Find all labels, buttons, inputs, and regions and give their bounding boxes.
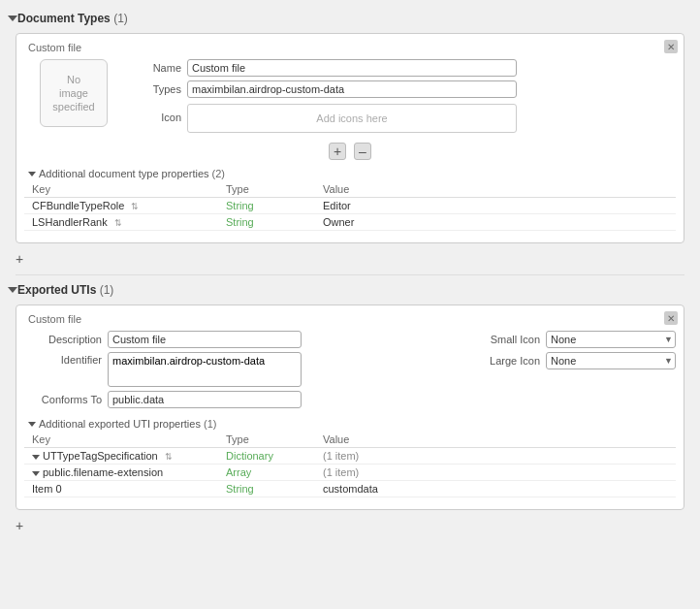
table-row[interactable]: Item 0 String customdata bbox=[24, 481, 676, 497]
exported-utis-smallicon-select[interactable]: None bbox=[546, 331, 676, 348]
sort-icon-1: ⇅ bbox=[131, 202, 139, 211]
document-types-types-label: Types bbox=[113, 83, 181, 95]
document-types-no-image: Noimagespecified bbox=[40, 59, 108, 127]
uti-key-2: public.filename-extension bbox=[24, 465, 218, 481]
document-types-card-title: Custom file bbox=[24, 42, 676, 53]
document-types-add-card-row: + bbox=[0, 247, 700, 271]
document-types-sub-section-header[interactable]: Additional document type properties (2) bbox=[24, 166, 676, 181]
exported-utis-largeicon-row: Large Icon None ▼ bbox=[462, 352, 676, 369]
doc-types-sub-title: Additional document type properties bbox=[39, 168, 209, 179]
table-row[interactable]: CFBundleTypeRole ⇅ String Editor bbox=[24, 198, 676, 214]
main-container: Document Types (1) Custom file ✕ Noimage… bbox=[0, 0, 700, 549]
exported-utis-close-button[interactable]: ✕ bbox=[664, 311, 678, 325]
document-types-name-input[interactable] bbox=[187, 59, 517, 77]
exported-utis-largeicon-select[interactable]: None bbox=[546, 352, 676, 369]
document-types-count: (1) bbox=[113, 12, 128, 25]
exported-utis-properties-table: Key Type Value UTTypeTagSpecification ⇅ … bbox=[24, 432, 676, 497]
document-types-icon-drop-area[interactable]: Add icons here bbox=[187, 104, 517, 133]
exported-utis-largeicon-label: Large Icon bbox=[462, 355, 540, 367]
exported-utis-header[interactable]: Exported UTIs (1) bbox=[0, 279, 700, 301]
exported-utis-add-card-button[interactable]: + bbox=[16, 518, 23, 533]
uti-key-3: Item 0 bbox=[24, 481, 218, 497]
document-types-icon-area: Noimagespecified Name Types Icon Add ico… bbox=[24, 59, 676, 137]
doc-types-key-2: LSHandlerRank ⇅ bbox=[24, 214, 218, 231]
document-types-header[interactable]: Document Types (1) bbox=[0, 8, 700, 29]
exported-utis-sub-section: Additional exported UTI properties (1) K… bbox=[24, 416, 676, 497]
document-types-add-button[interactable]: + bbox=[329, 143, 346, 160]
exported-utis-title: Exported UTIs bbox=[17, 283, 96, 297]
doc-types-type-2: String bbox=[218, 214, 315, 231]
uti-type-1: Dictionary bbox=[218, 448, 315, 465]
doc-types-col-value: Value bbox=[315, 181, 676, 198]
uti-value-3: customdata bbox=[315, 481, 676, 497]
sort-icon-2: ⇅ bbox=[114, 218, 122, 228]
doc-types-key-1: CFBundleTypeRole ⇅ bbox=[24, 198, 218, 214]
document-types-types-row: Types bbox=[113, 80, 676, 98]
exported-utis-largeicon-select-wrapper: None ▼ bbox=[546, 352, 676, 369]
document-types-name-label: Name bbox=[113, 62, 181, 74]
document-types-types-input[interactable] bbox=[187, 80, 517, 98]
exported-utis-description-input[interactable] bbox=[108, 331, 302, 348]
exported-utis-identifier-input[interactable]: maximbilan.airdrop-custom-data bbox=[108, 352, 302, 387]
document-types-icon-row: Icon Add icons here bbox=[113, 102, 676, 133]
exported-utis-card: Custom file ✕ Description Identifier max… bbox=[16, 304, 684, 510]
document-types-properties-table: Key Type Value CFBundleTypeRole ⇅ String bbox=[24, 181, 676, 231]
uti-sub-toggle-icon bbox=[28, 422, 36, 427]
doc-types-col-key: Key bbox=[24, 181, 218, 198]
document-types-remove-button[interactable]: – bbox=[354, 143, 371, 160]
document-types-sub-section: Additional document type properties (2) … bbox=[24, 166, 676, 231]
exported-utis-smallicon-select-wrapper: None ▼ bbox=[546, 331, 676, 348]
document-types-card: Custom file ✕ Noimagespecified Name Type… bbox=[16, 33, 684, 243]
uti-type-3: String bbox=[218, 481, 315, 497]
exported-utis-smallicon-row: Small Icon None ▼ bbox=[462, 331, 676, 348]
doc-types-sub-toggle-icon bbox=[28, 172, 36, 176]
section-divider bbox=[16, 274, 684, 275]
exported-utis-sub-section-header[interactable]: Additional exported UTI properties (1) bbox=[24, 416, 676, 432]
document-types-title: Document Types bbox=[17, 12, 111, 25]
exported-utis-card-title: Custom file bbox=[24, 313, 676, 325]
exported-utis-conformsto-input[interactable] bbox=[108, 391, 302, 408]
doc-types-value-2: Owner bbox=[315, 214, 676, 231]
exported-utis-count: (1) bbox=[100, 283, 114, 297]
uti-type-2: Array bbox=[218, 465, 315, 481]
uti-sub-count: (1) bbox=[204, 418, 216, 430]
uti-col-type: Type bbox=[218, 432, 315, 448]
doc-types-type-1: String bbox=[218, 198, 315, 214]
document-types-name-row: Name bbox=[113, 59, 676, 77]
document-types-form: Name Types Icon Add icons here bbox=[113, 59, 676, 137]
doc-types-sub-count: (2) bbox=[212, 168, 225, 179]
document-types-toggle-icon bbox=[8, 16, 17, 21]
document-types-icon-label: Icon bbox=[113, 112, 181, 123]
uti-sub-title: Additional exported UTI properties bbox=[39, 418, 201, 430]
uti-value-1: (1 item) bbox=[315, 448, 676, 465]
exported-utis-description-row: Description bbox=[24, 331, 447, 348]
exported-utis-conformsto-row: Conforms To bbox=[24, 391, 447, 408]
document-types-close-button[interactable]: ✕ bbox=[664, 40, 678, 53]
document-types-icon-drop-text: Add icons here bbox=[316, 112, 387, 124]
row2-expand-icon bbox=[32, 471, 40, 476]
exported-utis-right-form: Small Icon None ▼ Large Icon None bbox=[462, 331, 676, 412]
sort-icon-3: ⇅ bbox=[165, 452, 173, 462]
uti-key-1: UTTypeTagSpecification ⇅ bbox=[24, 448, 218, 465]
uti-col-value: Value bbox=[315, 432, 676, 448]
exported-utis-toggle-icon bbox=[8, 287, 17, 293]
doc-types-value-1: Editor bbox=[315, 198, 676, 214]
document-types-add-card-button[interactable]: + bbox=[16, 251, 23, 267]
exported-utis-smallicon-label: Small Icon bbox=[462, 334, 540, 345]
document-types-add-remove-row: + – bbox=[24, 143, 676, 160]
table-row[interactable]: UTTypeTagSpecification ⇅ Dictionary (1 i… bbox=[24, 448, 676, 465]
exported-utis-left-form: Description Identifier maximbilan.airdro… bbox=[24, 331, 447, 412]
exported-utis-identifier-row: Identifier maximbilan.airdrop-custom-dat… bbox=[24, 352, 447, 387]
exported-utis-identifier-label: Identifier bbox=[24, 352, 102, 366]
exported-utis-section: Exported UTIs (1) Custom file ✕ Descript… bbox=[0, 279, 700, 537]
table-row[interactable]: LSHandlerRank ⇅ String Owner bbox=[24, 214, 676, 231]
doc-types-col-type: Type bbox=[218, 181, 315, 198]
row1-expand-icon bbox=[32, 455, 40, 460]
exported-utis-add-card-row: + bbox=[0, 514, 700, 537]
exported-utis-conformsto-label: Conforms To bbox=[24, 394, 102, 405]
document-types-section: Document Types (1) Custom file ✕ Noimage… bbox=[0, 8, 700, 271]
exported-utis-description-label: Description bbox=[24, 334, 102, 345]
uti-value-2: (1 item) bbox=[315, 465, 676, 481]
table-row[interactable]: public.filename-extension Array (1 item) bbox=[24, 465, 676, 481]
uti-col-key: Key bbox=[24, 432, 218, 448]
